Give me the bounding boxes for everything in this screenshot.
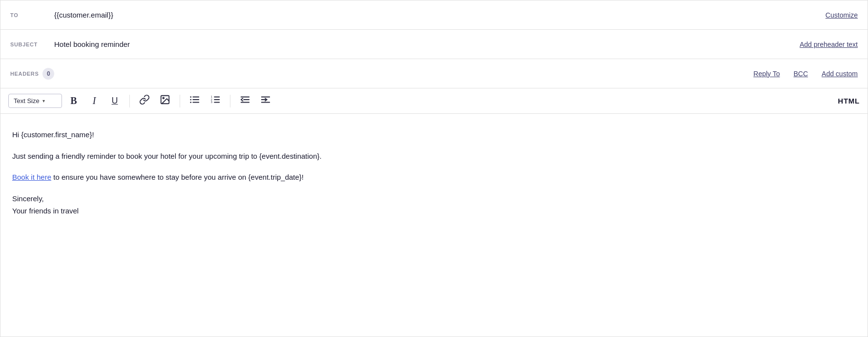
svg-point-7 — [190, 102, 191, 103]
html-toggle[interactable]: HTML — [838, 97, 860, 105]
toolbar-divider-2 — [180, 95, 180, 107]
email-composer: TO {{customer.email}} Customize SUBJECT … — [0, 0, 868, 337]
image-button[interactable] — [156, 92, 174, 110]
outdent-icon — [240, 94, 250, 107]
italic-button[interactable]: I — [85, 92, 103, 110]
body-greeting: Hi {customer.first_name}! — [12, 128, 856, 141]
bcc-button[interactable]: BCC — [794, 70, 808, 78]
customize-button[interactable]: Customize — [826, 11, 858, 19]
body-closing: Sincerely, Your friends in travel — [12, 192, 856, 217]
image-icon — [160, 94, 170, 107]
subject-value: Hotel booking reminder — [54, 40, 800, 48]
body-booking: Book it here to ensure you have somewher… — [12, 171, 856, 184]
book-it-here-link[interactable]: Book it here — [12, 173, 51, 181]
text-size-dropdown[interactable]: Text Size ▾ — [8, 94, 62, 108]
subject-label: SUBJECT — [10, 42, 54, 47]
unordered-list-button[interactable] — [186, 92, 204, 110]
svg-text:3: 3 — [211, 101, 212, 104]
email-body[interactable]: Hi {customer.first_name}! Just sending a… — [0, 114, 868, 241]
subject-row: SUBJECT Hotel booking reminder Add prehe… — [0, 30, 868, 59]
toolbar-row: Text Size ▾ B I U — [0, 88, 868, 114]
add-custom-button[interactable]: Add custom — [822, 70, 858, 78]
toolbar-divider-1 — [129, 95, 130, 107]
underline-button[interactable]: U — [106, 92, 124, 110]
svg-point-1 — [163, 97, 164, 99]
indent-icon — [260, 94, 271, 107]
to-label: TO — [10, 12, 54, 18]
to-value: {{customer.email}} — [54, 11, 826, 19]
link-icon — [139, 94, 150, 107]
unordered-list-icon — [189, 94, 200, 107]
svg-point-6 — [190, 99, 191, 101]
add-preheader-button[interactable]: Add preheader text — [800, 41, 858, 48]
toolbar-divider-3 — [230, 95, 230, 107]
headers-badge: 0 — [42, 68, 54, 80]
text-size-label: Text Size — [14, 97, 40, 105]
svg-point-5 — [190, 96, 191, 98]
headers-row: HEADERS 0 Reply To BCC Add custom — [0, 59, 868, 88]
body-reminder: Just sending a friendly reminder to book… — [12, 150, 856, 163]
to-row: TO {{customer.email}} Customize — [0, 0, 868, 30]
bold-button[interactable]: B — [65, 92, 83, 110]
indent-button[interactable] — [257, 92, 274, 110]
ordered-list-button[interactable]: 1 2 3 — [207, 92, 224, 110]
headers-actions: Reply To BCC Add custom — [753, 70, 858, 78]
headers-label: HEADERS — [10, 71, 39, 77]
link-button[interactable] — [136, 92, 153, 110]
outdent-button[interactable] — [236, 92, 254, 110]
reply-to-button[interactable]: Reply To — [753, 70, 780, 78]
body-booking-rest: to ensure you have somewhere to stay bef… — [51, 173, 304, 181]
dropdown-arrow-icon: ▾ — [42, 98, 45, 104]
ordered-list-icon: 1 2 3 — [210, 94, 221, 107]
